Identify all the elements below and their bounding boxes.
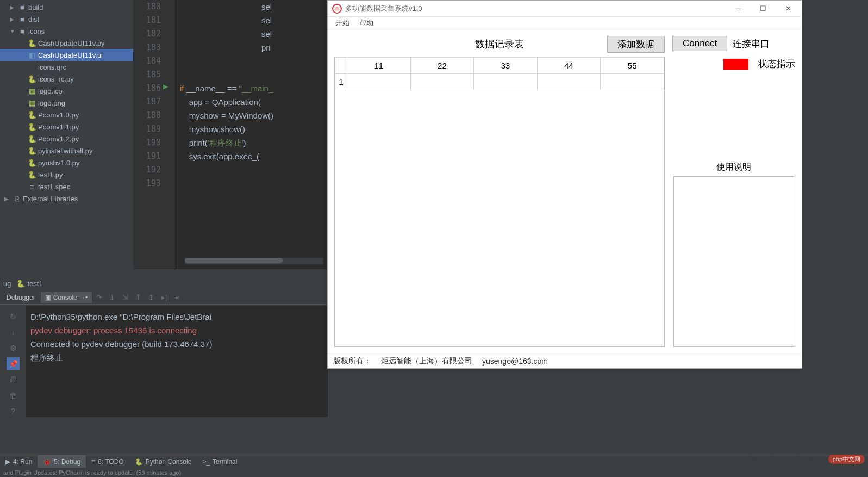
status-bar: and Plugin Updates: PyCharm is ready to … [0,468,868,477]
force-step-icon[interactable]: ⤒ [132,293,144,301]
table-header[interactable]: 33 [474,58,538,74]
code-line[interactable]: sel [174,0,327,14]
code-line[interactable]: print('程序终止') [174,136,327,150]
tab-label: 5: Debug [54,458,80,466]
code-line[interactable]: pri [174,41,327,54]
tree-item[interactable]: 🐍Pcomv1.0.py [0,109,133,121]
bottom-tab[interactable]: ≡6: TODO [86,455,129,468]
step-into-my-icon[interactable]: ⇲ [119,293,131,301]
code-line[interactable] [174,54,327,68]
add-data-button[interactable]: 添加数据 [607,36,665,53]
table-cell[interactable] [537,74,601,90]
py-icon: 🐍 [27,123,37,131]
code-line[interactable]: sel [174,14,327,27]
table-header[interactable]: 55 [601,58,664,74]
run-config-name[interactable]: test1 [27,280,42,288]
line-number: 183 [133,41,174,54]
tree-label: icons.qrc [38,63,66,71]
console-tab[interactable]: ▣Console →• [41,292,92,303]
bottom-tab[interactable]: ▶4: Run [0,455,38,468]
tree-item[interactable]: ▶⎘External Libraries [0,193,133,205]
bottom-tab[interactable]: 🐍Python Console [129,455,197,468]
code-line[interactable]: myshow = MyWindow() [174,109,327,122]
code-line[interactable]: if __name__ == "__main_ [174,82,327,95]
console-line: pydev debugger: process 15436 is connect… [30,324,323,337]
tree-item[interactable]: 🐍icons_rc.py [0,73,133,85]
bottom-tab[interactable]: 🐞5: Debug [38,455,86,468]
tree-item[interactable]: ▦logo.png [0,97,133,109]
tree-label: test1.py [38,171,63,179]
code-editor[interactable]: selselselpriif __name__ == "__main_ app … [174,0,327,269]
print-icon[interactable]: 🖶 [7,373,20,386]
code-line[interactable]: sys.exit(app.exec_( [174,150,327,163]
table-cell[interactable] [474,74,538,90]
step-over-icon[interactable]: ↷ [93,293,105,301]
evaluate-icon[interactable]: ≡ [171,293,183,301]
connect-button[interactable]: Connect [672,36,727,51]
py-icon: 🐍 [27,135,37,143]
data-table[interactable]: 11223344551 [334,57,665,347]
bottom-tab[interactable]: >_Terminal [197,455,242,468]
tree-item[interactable]: 🐍pyusbv1.0.py [0,157,133,169]
tree-item[interactable]: 🐍Pcomv1.1.py [0,121,133,133]
expand-arrow-icon[interactable]: ▶ [10,4,17,10]
table-cell[interactable] [601,74,664,90]
debugger-tab[interactable]: Debugger [2,292,40,303]
tree-item[interactable]: ◧CashUpdateUI11v.ui [0,49,133,61]
close-button[interactable]: ✕ [776,1,801,17]
tree-item[interactable]: ▶■dist [0,13,133,25]
pin-icon[interactable]: 📌 [7,357,20,370]
expand-arrow-icon[interactable]: ▶ [10,16,17,22]
tree-item[interactable]: 🐍Pcomv1.2.py [0,133,133,145]
tree-item[interactable]: 🐍test1.py [0,169,133,181]
editor-horizontal-scrollbar[interactable] [185,258,323,264]
console-side-toolbar: ↻ ↓ ⚙ 📌 🖶 🗑 ? [0,306,26,417]
tab-icon: ▶ [5,458,10,466]
expand-arrow-icon[interactable]: ▶ [4,196,12,202]
titlebar: 多功能数据采集系统v1.0 ─ ☐ ✕ [328,1,802,17]
tree-item[interactable]: ▶■build [0,1,133,13]
code-line[interactable] [174,68,327,82]
tree-item[interactable]: ▼■icons [0,25,133,37]
tree-item[interactable]: 🐍pyinstallwithall.py [0,145,133,157]
settings-icon[interactable]: ⚙ [7,342,20,354]
row-number[interactable]: 1 [335,74,347,90]
step-into-icon[interactable]: ⤓ [106,293,118,301]
tree-item[interactable]: icons.qrc [0,61,133,73]
step-out-icon[interactable]: ↥ [145,293,157,301]
tree-item[interactable]: ≡test1.spec [0,181,133,193]
menu-item[interactable]: 开始 [331,17,354,29]
table-header[interactable]: 44 [537,58,601,74]
tree-item[interactable]: ▦logo.ico [0,85,133,97]
down-icon[interactable]: ↓ [7,326,20,338]
instructions-box[interactable] [673,176,794,347]
code-line[interactable]: sel [174,27,327,41]
tree-item[interactable]: 🐍CashUpdateUI11v.py [0,37,133,49]
minimize-button[interactable]: ─ [726,1,751,17]
line-number: 188 [133,109,174,122]
bug-icon: ug [3,280,11,288]
run-gutter-icon[interactable]: ▶ [163,83,168,90]
help-icon[interactable]: ? [7,405,20,417]
debug-console[interactable]: D:\Python35\python.exe "D:\Program Files… [26,306,328,417]
table-cell[interactable] [410,74,474,90]
line-number: 180 [133,0,174,14]
debug-toolbar: Debugger ▣Console →• ↷ ⤓ ⇲ ⤒ ↥ ▸| ≡ [0,290,326,305]
code-line[interactable]: myshow.show() [174,122,327,136]
table-header[interactable]: 11 [347,58,411,74]
menu-item[interactable]: 帮助 [355,17,378,29]
py-icon: 🐍 [27,147,37,155]
tree-label: Pcomv1.0.py [38,111,79,119]
code-line[interactable]: app = QApplication( [174,95,327,109]
py-icon: 🐍 [27,39,37,47]
table-header[interactable]: 22 [410,58,474,74]
maximize-button[interactable]: ☐ [751,1,776,17]
run-to-cursor-icon[interactable]: ▸| [158,293,170,301]
rerun-icon[interactable]: ↻ [7,310,20,323]
table-cell[interactable] [347,74,411,90]
trash-icon[interactable]: 🗑 [7,389,20,401]
tree-label: CashUpdateUI11v.ui [38,51,103,59]
line-number: 192 [133,163,174,177]
expand-arrow-icon[interactable]: ▼ [10,28,17,34]
app-icon [332,4,342,14]
